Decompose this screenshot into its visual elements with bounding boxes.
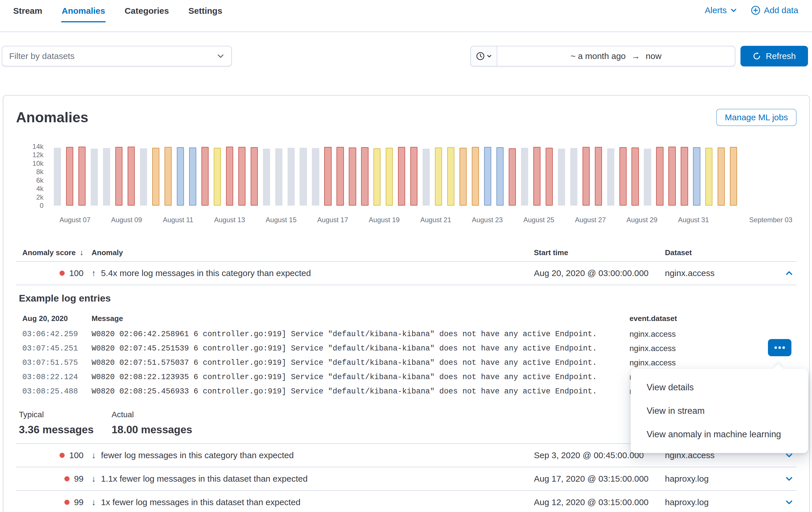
- chart-x-axis: August 07August 09August 11August 13Augu…: [49, 216, 796, 225]
- x-axis-tick-label: August 31: [678, 216, 709, 224]
- add-data-button[interactable]: Add data: [751, 5, 798, 16]
- log-entry-message: W0820 02:07:45.251539 6 controller.go:91…: [92, 344, 630, 353]
- chart-bar: [189, 147, 196, 206]
- log-entry-message: W0820 02:08:25.456933 6 controller.go:91…: [92, 387, 630, 396]
- ellipsis-icon: [775, 347, 777, 349]
- menu-item-view-anomaly-in-ml[interactable]: View anomaly in machine learning: [631, 423, 808, 446]
- chart-bar: [201, 147, 209, 206]
- chart-bar: [275, 148, 282, 206]
- chart-bar: [521, 148, 528, 206]
- anomaly-score-cell: 100: [16, 451, 84, 460]
- alerts-menu-button[interactable]: Alerts: [705, 5, 737, 16]
- log-entry-timestamp: 03:08:25.488: [22, 387, 92, 396]
- anomaly-cell: ↓ 1.1x fewer log messages in this datase…: [92, 474, 534, 484]
- chart-bar: [398, 147, 405, 206]
- chart-bar: [410, 147, 417, 206]
- log-entry-message: W0820 02:07:51.575037 6 controller.go:91…: [92, 358, 630, 367]
- x-axis-tick-label: August 13: [214, 216, 245, 224]
- anomaly-cell: ↑ 5.4x more log messages in this categor…: [92, 268, 534, 278]
- chart-bar: [214, 148, 221, 206]
- clock-icon: [476, 52, 485, 61]
- chart-bar: [583, 147, 590, 206]
- manage-ml-jobs-button[interactable]: Manage ML jobs: [716, 109, 796, 126]
- anomaly-score-cell: 99: [16, 497, 84, 507]
- table-row[interactable]: 99 ↓ 1x fewer log messages in this datas…: [16, 491, 796, 512]
- expand-row-button[interactable]: [782, 498, 796, 506]
- log-entry-message: W0820 02:06:42.258961 6 controller.go:91…: [92, 330, 630, 339]
- log-entry-timestamp: 03:07:45.251: [22, 344, 92, 353]
- table-row[interactable]: 100 ↑ 5.4x more log messages in this cat…: [16, 262, 796, 285]
- x-axis-tick-label: August 11: [163, 216, 193, 224]
- arrow-right-icon: →: [632, 51, 640, 61]
- log-entry-timestamp: 03:07:51.575: [22, 358, 92, 367]
- chart-bar: [533, 147, 541, 206]
- expand-row-button[interactable]: [782, 475, 796, 483]
- chart-bar: [54, 148, 61, 206]
- chart-bar: [337, 147, 344, 206]
- log-entry-row: 03:07:51.575W0820 02:07:51.575037 6 cont…: [16, 356, 796, 370]
- x-axis-tick-label: August 29: [627, 216, 658, 224]
- chart-bar: [66, 147, 73, 206]
- menu-item-view-details[interactable]: View details: [631, 376, 808, 399]
- chart-bar: [251, 147, 258, 206]
- start-time-cell: Aug 17, 2020 @ 03:15:00.000: [534, 474, 665, 484]
- anomaly-score-value: 99: [74, 474, 84, 484]
- column-header-dataset: Dataset: [665, 248, 782, 257]
- chart-bar: [324, 147, 331, 206]
- refresh-button[interactable]: Refresh: [741, 46, 808, 66]
- chart-bar: [177, 147, 184, 206]
- trend-up-icon: ↑: [92, 268, 96, 278]
- y-axis-tick-label: 14k: [32, 143, 44, 151]
- severity-critical-dot: [59, 271, 65, 276]
- menu-item-view-in-stream[interactable]: View in stream: [631, 399, 808, 423]
- date-range-start[interactable]: ~ a month ago: [571, 51, 626, 61]
- chart-bar: [668, 146, 675, 206]
- chart-bar: [115, 147, 122, 206]
- tab-anomalies[interactable]: Anomalies: [61, 0, 106, 22]
- panel-header: Anomalies Manage ML jobs: [16, 109, 796, 126]
- log-entry-timestamp: 03:08:22.124: [22, 373, 92, 381]
- tab-categories[interactable]: Categories: [124, 0, 169, 22]
- chart-bar: [484, 147, 491, 206]
- chart-bar: [152, 148, 160, 206]
- date-range-end[interactable]: now: [646, 51, 662, 61]
- chevron-down-icon: [730, 7, 737, 14]
- chart-bar: [373, 148, 380, 206]
- chart-bar: [570, 148, 577, 206]
- x-axis-tick-label: August 25: [523, 216, 554, 224]
- column-header-start-time: Start time: [534, 248, 665, 257]
- x-axis-tick-label: August 23: [472, 216, 503, 224]
- x-axis-tick-label: August 07: [59, 216, 90, 224]
- tab-settings[interactable]: Settings: [188, 0, 223, 22]
- chart-bar: [103, 148, 110, 206]
- y-axis-tick-label: 12k: [32, 151, 44, 159]
- x-axis-tick-label: August 27: [575, 216, 606, 224]
- nav-tabs: Stream Anomalies Categories Settings: [12, 0, 223, 22]
- chart-bar: [127, 146, 135, 206]
- date-range-display[interactable]: ~ a month ago → now: [497, 46, 735, 66]
- x-axis-tick-label: August 15: [266, 216, 297, 224]
- dataset-cell: haproxy.log: [665, 497, 782, 507]
- trend-down-icon: ↓: [92, 451, 96, 460]
- anomaly-text: 1.1x fewer log messages in this dataset …: [101, 474, 308, 484]
- start-time-cell: Aug 20, 2020 @ 03:00:00.000: [534, 268, 665, 278]
- context-menu-popover: View details View in stream View anomaly…: [631, 369, 808, 453]
- chart-bar: [312, 148, 319, 206]
- log-date-header: Aug 20, 2020: [22, 314, 92, 323]
- chart-bar: [681, 147, 688, 206]
- refresh-icon: [753, 52, 761, 60]
- y-axis-tick-label: 4k: [36, 185, 44, 193]
- typical-stat: Typical 3.36 messages: [19, 410, 112, 436]
- tab-stream[interactable]: Stream: [12, 0, 43, 22]
- row-actions-menu-button[interactable]: [768, 339, 791, 356]
- collapse-row-button[interactable]: [782, 269, 796, 277]
- dataset-cell: nginx.access: [665, 268, 782, 278]
- dataset-filter-select[interactable]: Filter by datasets: [2, 46, 232, 66]
- column-header-anomaly-score[interactable]: Anomaly score ↓: [16, 248, 92, 257]
- chevron-down-icon: [217, 52, 224, 60]
- quick-select-button[interactable]: [471, 46, 497, 66]
- table-row[interactable]: 99 ↓ 1.1x fewer log messages in this dat…: [16, 467, 796, 491]
- chart-bar: [644, 149, 651, 206]
- chart-bar: [140, 148, 147, 206]
- severity-critical-dot: [64, 476, 69, 481]
